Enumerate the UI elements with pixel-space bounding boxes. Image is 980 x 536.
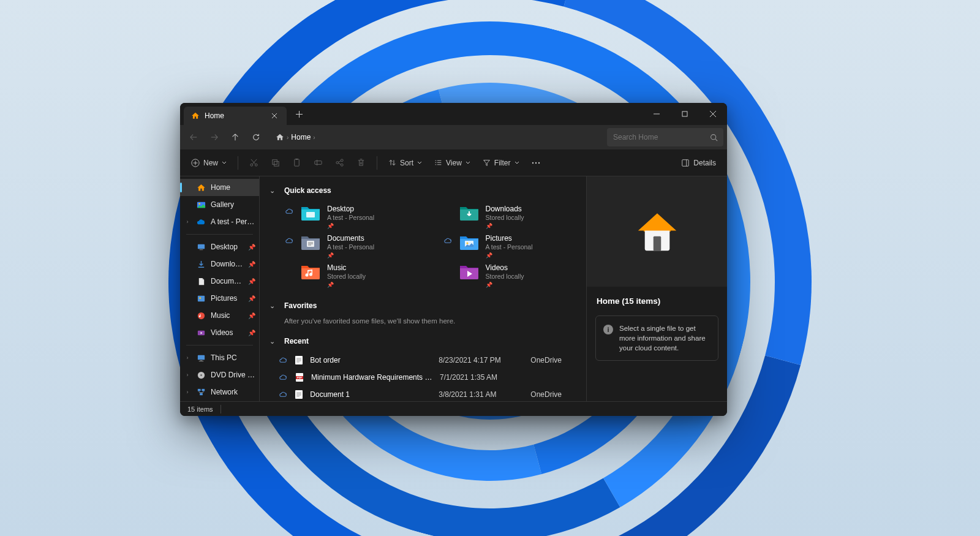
chevron-down-icon: ⌄	[270, 338, 278, 345]
details-label: Details	[693, 159, 716, 167]
search-input[interactable]	[613, 133, 705, 142]
filter-button[interactable]: Filter	[478, 153, 524, 173]
new-button[interactable]: New	[186, 153, 232, 173]
toolbar: New Sort View Filter	[180, 149, 727, 176]
view-label: View	[446, 159, 462, 167]
downloads-icon	[196, 259, 206, 269]
sidebar-item-dvd[interactable]: › DVD Drive (D:) C	[180, 366, 259, 383]
folder-icon	[300, 205, 321, 222]
quick-access-music[interactable]: MusicStored locally📌	[284, 262, 418, 289]
svg-rect-31	[202, 388, 205, 391]
svg-rect-37	[295, 356, 303, 364]
home-icon-large	[633, 208, 681, 255]
window-controls	[643, 103, 727, 125]
tab-home[interactable]: Home	[184, 107, 287, 125]
filter-label: Filter	[494, 159, 511, 167]
sidebar-item-onedrive[interactable]: › A test - Persona	[180, 213, 259, 230]
paste-button[interactable]	[287, 153, 306, 173]
chevron-down-icon: ⌄	[270, 187, 278, 195]
sidebar-item-thispc[interactable]: › This PC	[180, 349, 259, 366]
new-tab-button[interactable]	[290, 105, 307, 123]
refresh-button[interactable]	[246, 127, 266, 147]
svg-rect-26	[200, 360, 202, 361]
forward-button[interactable]	[205, 127, 224, 147]
sidebar-item-pictures[interactable]: Pictures📌	[180, 290, 259, 307]
section-quick-access[interactable]: ⌄ Quick access	[270, 183, 576, 198]
sidebar-item-network[interactable]: › Network	[180, 383, 259, 401]
rename-button[interactable]	[309, 153, 328, 173]
section-recent[interactable]: ⌄ Recent	[270, 333, 576, 349]
back-button[interactable]	[184, 127, 203, 147]
svg-text:PDF: PDF	[297, 376, 303, 379]
svg-rect-27	[198, 361, 203, 361]
folder-icon	[459, 234, 480, 251]
svg-point-11	[341, 159, 343, 162]
file-icon	[293, 389, 304, 400]
sidebar-item-gallery[interactable]: Gallery	[180, 196, 259, 213]
breadcrumb[interactable]: › Home ›	[271, 128, 602, 146]
svg-rect-20	[199, 249, 203, 250]
home-icon	[191, 111, 200, 120]
delete-button[interactable]	[352, 153, 371, 173]
chevron-right-icon[interactable]: ›	[184, 372, 191, 378]
chevron-right-icon[interactable]: ›	[184, 219, 191, 225]
chevron-right-icon[interactable]: ›	[184, 389, 191, 395]
favorites-empty-text: After you've favorited some files, we'll…	[270, 314, 576, 333]
sidebar-item-music[interactable]: Music📌	[180, 307, 259, 324]
breadcrumb-home-icon[interactable]	[276, 133, 284, 142]
svg-point-36	[466, 243, 468, 244]
section-favorites[interactable]: ⌄ Favorites	[270, 298, 576, 314]
recent-file[interactable]: Document 13/8/2021 1:31 AMOneDrive	[274, 386, 576, 401]
recent-file[interactable]: PDFMinimum Hardware Requirements for Win…	[274, 369, 576, 386]
svg-point-14	[535, 162, 536, 163]
search-box[interactable]	[607, 128, 723, 146]
tab-close-button[interactable]	[270, 111, 279, 121]
svg-point-10	[336, 162, 339, 164]
more-button[interactable]	[527, 153, 545, 173]
file-icon: PDF	[294, 372, 305, 383]
share-button[interactable]	[330, 153, 349, 173]
folder-icon	[459, 205, 480, 222]
svg-rect-8	[296, 159, 298, 160]
videos-icon	[196, 328, 206, 338]
copy-button[interactable]	[266, 153, 285, 173]
quick-access-pictures[interactable]: PicturesA test - Personal📌	[443, 233, 577, 260]
sidebar-item-downloads[interactable]: Downloads📌	[180, 255, 259, 273]
quick-access-videos[interactable]: VideosStored locally📌	[443, 262, 577, 289]
sort-button[interactable]: Sort	[383, 153, 427, 173]
minimize-button[interactable]	[643, 103, 671, 125]
documents-icon	[196, 276, 206, 286]
recent-file[interactable]: Bot order8/23/2021 4:17 PMOneDrive	[274, 352, 576, 369]
cloud-icon	[279, 391, 287, 398]
svg-rect-32	[200, 393, 203, 395]
sidebar: Home Gallery › A test - Persona Desktop📌…	[180, 176, 260, 401]
titlebar: Home	[180, 103, 727, 125]
sidebar-item-desktop[interactable]: Desktop📌	[180, 238, 259, 255]
pin-icon: 📌	[327, 252, 374, 259]
quick-access-documents[interactable]: DocumentsA test - Personal📌	[284, 233, 418, 260]
maximize-button[interactable]	[671, 103, 699, 125]
breadcrumb-item[interactable]: Home	[291, 133, 311, 142]
quick-access-desktop[interactable]: DesktopA test - Personal📌	[284, 203, 418, 230]
view-button[interactable]: View	[429, 153, 475, 173]
cut-button[interactable]	[244, 153, 263, 173]
folder-icon	[300, 263, 321, 281]
close-window-button[interactable]	[699, 103, 727, 125]
svg-point-13	[532, 162, 533, 163]
quick-access-downloads[interactable]: DownloadsStored locally📌	[443, 203, 577, 230]
network-icon	[196, 387, 206, 397]
cloud-icon	[196, 217, 206, 227]
sidebar-item-home[interactable]: Home	[180, 179, 259, 196]
cloud-icon	[279, 357, 287, 363]
pin-icon: 📌	[486, 282, 524, 288]
main-content: ⌄ Quick access DesktopA test - Personal📌…	[260, 176, 586, 401]
chevron-down-icon	[514, 161, 519, 164]
chevron-right-icon[interactable]: ›	[184, 355, 191, 361]
details-button[interactable]: Details	[676, 153, 721, 173]
info-icon: i	[603, 325, 613, 334]
sidebar-item-videos[interactable]: Videos📌	[180, 324, 259, 341]
pin-icon: 📌	[486, 223, 524, 229]
sidebar-item-documents[interactable]: Documents📌	[180, 273, 259, 290]
up-button[interactable]	[225, 127, 245, 147]
svg-rect-16	[682, 159, 689, 166]
